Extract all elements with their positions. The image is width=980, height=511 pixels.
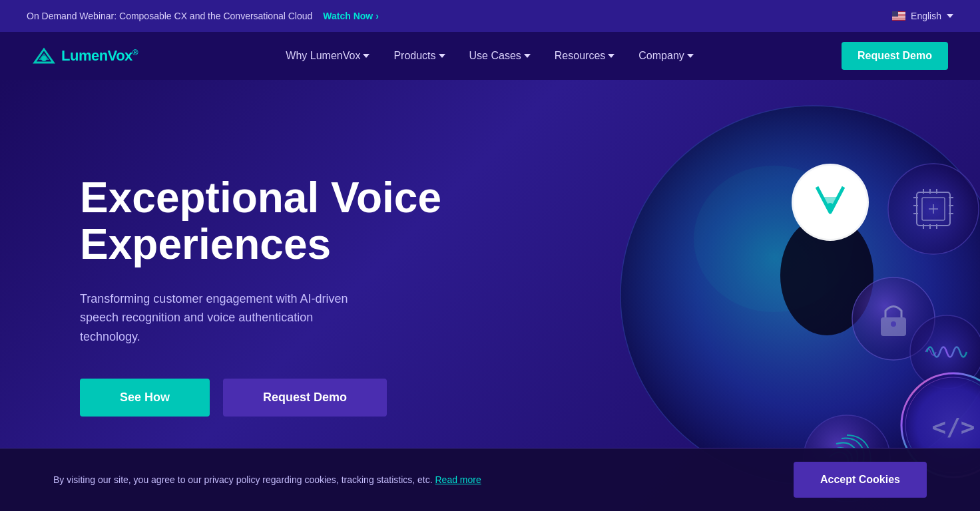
nav-links: Why LumenVox Products Use Cases Resource… xyxy=(275,45,704,67)
nav-item-why-lumenvox[interactable]: Why LumenVox xyxy=(275,45,380,67)
chevron-down-icon xyxy=(608,54,614,58)
nav-item-products[interactable]: Products xyxy=(383,45,455,67)
chevron-down-icon xyxy=(687,54,694,58)
nav-item-use-cases[interactable]: Use Cases xyxy=(459,45,541,67)
language-selector[interactable]: English xyxy=(892,11,953,21)
nav-item-resources[interactable]: Resources xyxy=(544,45,625,67)
hero-title: Exceptional VoiceExperiences xyxy=(80,174,441,268)
svg-rect-6 xyxy=(892,19,905,19)
announcement-bar: On Demand Webinar: Composable CX and the… xyxy=(0,0,980,32)
us-flag-icon xyxy=(892,11,905,21)
chevron-down-icon xyxy=(439,54,445,58)
hero-visual: </> xyxy=(554,80,980,511)
hero-content: Exceptional VoiceExperiences Transformin… xyxy=(0,121,441,470)
language-label: English xyxy=(911,11,941,21)
svg-text:</>: </> xyxy=(931,413,975,440)
announcement-text: On Demand Webinar: Composable CX and the… xyxy=(27,11,312,21)
chevron-down-icon xyxy=(524,54,531,58)
chevron-down-icon xyxy=(947,14,953,18)
request-demo-button[interactable]: Request Demo xyxy=(842,42,948,70)
hero-request-demo-button[interactable]: Request Demo xyxy=(223,379,387,417)
logo-text: LumenVox® xyxy=(61,47,138,65)
cookie-banner: By visiting our site, you agree to our p… xyxy=(0,448,980,511)
lumenvox-logo-icon xyxy=(32,47,56,65)
chevron-down-icon xyxy=(363,54,369,58)
hero-subtitle: Transforming customer engagement with AI… xyxy=(80,289,360,347)
accept-cookies-button[interactable]: Accept Cookies xyxy=(794,462,927,498)
hero-buttons: See How Request Demo xyxy=(80,379,441,417)
svg-rect-5 xyxy=(892,17,905,18)
svg-point-16 xyxy=(826,203,834,211)
watch-now-label: Watch Now xyxy=(323,11,373,21)
hero-section: Exceptional VoiceExperiences Transformin… xyxy=(0,80,980,511)
nav-item-company[interactable]: Company xyxy=(628,45,704,67)
read-more-link[interactable]: Read more xyxy=(435,474,481,485)
watch-now-link[interactable]: Watch Now › xyxy=(323,11,379,21)
svg-rect-7 xyxy=(892,11,898,17)
see-how-button[interactable]: See How xyxy=(80,379,210,417)
announcement-content: On Demand Webinar: Composable CX and the… xyxy=(27,11,379,21)
navbar: LumenVox® Why LumenVox Products Use Case… xyxy=(0,32,980,80)
sphere-illustration: </> xyxy=(554,80,980,511)
svg-point-8 xyxy=(41,56,47,61)
cookie-text: By visiting our site, you agree to our p… xyxy=(53,474,519,485)
arrow-icon: › xyxy=(375,11,379,21)
svg-point-38 xyxy=(891,321,896,327)
logo[interactable]: LumenVox® xyxy=(32,47,138,65)
